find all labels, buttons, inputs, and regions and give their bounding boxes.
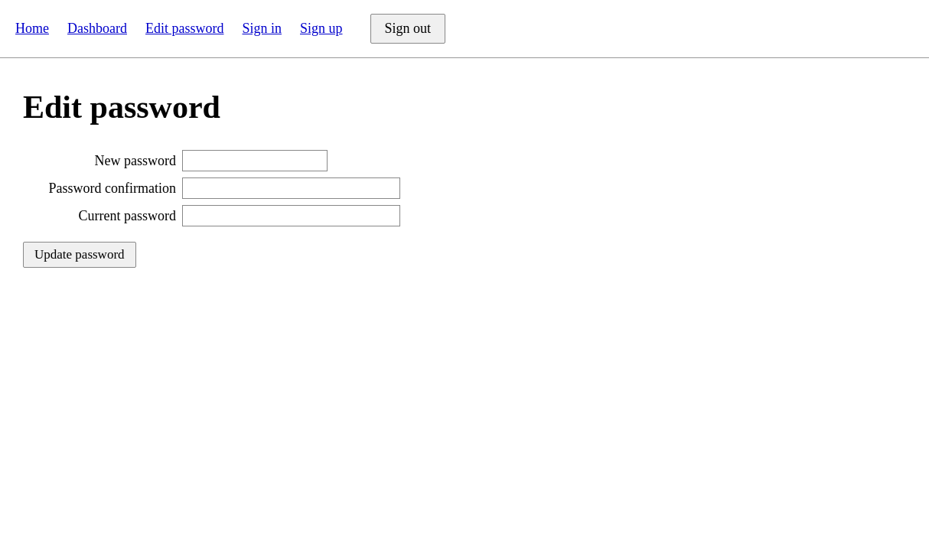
edit-password-form: New password Password confirmation Curre… [23,150,906,268]
current-password-input[interactable] [182,205,400,226]
nav-sign-in[interactable]: Sign in [242,21,282,37]
main-content: Edit password New password Password conf… [0,58,929,298]
nav-dashboard[interactable]: Dashboard [67,21,127,37]
sign-out-button[interactable]: Sign out [370,14,446,44]
nav-sign-up[interactable]: Sign up [300,21,343,37]
password-confirmation-input[interactable] [182,177,400,199]
new-password-label: New password [23,153,176,169]
update-password-button[interactable]: Update password [23,242,136,268]
new-password-group: New password [23,150,906,171]
page-title: Edit password [23,89,906,125]
password-confirmation-label: Password confirmation [23,181,176,197]
main-nav: Home Dashboard Edit password Sign in Sig… [0,0,929,58]
current-password-label: Current password [23,208,176,224]
new-password-input[interactable] [182,150,328,171]
current-password-group: Current password [23,205,906,226]
password-confirmation-group: Password confirmation [23,177,906,199]
nav-home[interactable]: Home [15,21,49,37]
nav-edit-password[interactable]: Edit password [145,21,224,37]
